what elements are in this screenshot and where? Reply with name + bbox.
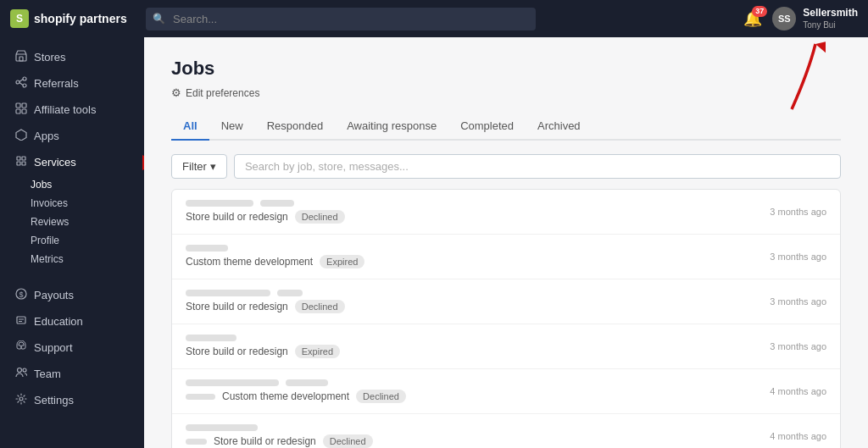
referrals-icon [15, 76, 27, 91]
job-type-label: Store build or redesign [186, 301, 288, 312]
job-name-placeholder [186, 335, 236, 341]
education-icon [15, 314, 27, 329]
status-badge: Declined [295, 300, 345, 313]
user-info: Sellersmith Tony Bui [803, 7, 858, 31]
sidebar-sub-metrics[interactable]: Metrics [0, 250, 144, 268]
tab-all[interactable]: All [171, 113, 209, 141]
tab-archived[interactable]: Archived [526, 113, 593, 141]
svg-rect-8 [22, 103, 26, 108]
sidebar-sub-reviews[interactable]: Reviews [0, 213, 144, 231]
job-name-area [186, 290, 345, 296]
filter-button[interactable]: Filter ▾ [171, 154, 227, 179]
shopify-logo-icon: S [10, 9, 29, 28]
job-time: 3 months ago [770, 252, 826, 262]
job-info: Store build or redesign Declined [186, 200, 345, 224]
support-icon [15, 340, 27, 355]
job-time: 3 months ago [770, 296, 826, 307]
table-row[interactable]: Store build or redesign Declined 3 month… [172, 190, 840, 235]
sidebar-item-payouts-label: Payouts [34, 289, 74, 301]
notification-button[interactable]: 🔔 37 [743, 9, 762, 28]
sidebar-item-team[interactable]: Team [3, 361, 141, 387]
job-time: 3 months ago [770, 341, 826, 351]
svg-rect-12 [17, 157, 20, 160]
sidebar-item-stores[interactable]: Stores [3, 44, 141, 70]
tab-new[interactable]: New [209, 113, 255, 141]
sidebar-sub-profile[interactable]: Profile [0, 231, 144, 250]
job-store-placeholder [186, 394, 215, 400]
table-row[interactable]: Custom theme development Declined 4 mont… [172, 369, 840, 414]
job-time: 3 months ago [770, 207, 826, 217]
svg-rect-14 [17, 162, 20, 165]
apps-icon [15, 129, 27, 143]
sidebar-item-referrals-label: Referrals [34, 77, 79, 90]
job-type-row: Store build or redesign Declined [186, 300, 345, 313]
status-badge: Declined [323, 434, 373, 448]
sidebar-item-support[interactable]: Support [3, 335, 141, 361]
store-icon [15, 50, 27, 64]
sidebar-sub-invoices[interactable]: Invoices [0, 194, 144, 213]
job-name-placeholder [186, 200, 253, 207]
job-type-row: Custom theme development Expired [186, 255, 364, 268]
job-name-area [186, 424, 373, 431]
sidebar: Stores Referrals Affiliate tools Apps [0, 37, 144, 448]
svg-rect-0 [16, 54, 26, 61]
job-name-area [186, 200, 345, 207]
user-name: Sellersmith [803, 7, 858, 20]
global-search: 🔍 [146, 8, 536, 30]
sidebar-item-education[interactable]: Education [3, 308, 141, 335]
svg-rect-13 [22, 157, 25, 160]
job-type-label: Store build or redesign [186, 211, 288, 223]
status-badge: Declined [356, 390, 406, 403]
sidebar-item-apps-label: Apps [34, 130, 59, 142]
sidebar-item-apps[interactable]: Apps [3, 123, 141, 149]
gear-icon: ⚙ [171, 86, 181, 99]
job-type-label: Custom theme development [186, 256, 313, 268]
sidebar-item-affiliate-tools-label: Affiliate tools [34, 103, 96, 116]
svg-rect-10 [22, 109, 26, 113]
job-name-placeholder2 [277, 290, 303, 296]
sidebar-item-referrals[interactable]: Referrals [3, 70, 141, 97]
sidebar-item-support-label: Support [34, 341, 73, 354]
job-info: Store build or redesign Expired [186, 335, 340, 358]
logo-area: S shopify partners [10, 9, 146, 28]
svg-point-22 [18, 368, 22, 373]
job-name-placeholder [186, 245, 228, 252]
filter-label: Filter [182, 160, 207, 173]
svg-point-4 [23, 84, 26, 87]
jobs-tabs: All New Responded Awaiting response Comp… [171, 113, 841, 141]
sidebar-item-settings-label: Settings [34, 394, 74, 407]
tab-awaiting-response[interactable]: Awaiting response [335, 113, 448, 141]
job-search-input[interactable] [234, 154, 841, 179]
sidebar-item-services[interactable]: Services [3, 149, 141, 175]
user-menu[interactable]: SS Sellersmith Tony Bui [772, 7, 858, 31]
sidebar-item-settings[interactable]: Settings [3, 387, 141, 413]
tab-responded[interactable]: Responded [255, 113, 336, 141]
svg-line-6 [19, 83, 23, 86]
edit-preferences-link[interactable]: ⚙ Edit preferences [171, 86, 841, 99]
sidebar-item-services-label: Services [34, 156, 76, 169]
table-row[interactable]: Store build or redesign Expired 3 months… [172, 324, 840, 369]
sidebar-item-affiliate-tools[interactable]: Affiliate tools [3, 97, 141, 123]
table-row[interactable]: Store build or redesign Declined 4 month… [172, 414, 840, 448]
job-name-placeholder [186, 379, 279, 386]
sidebar-item-education-label: Education [34, 315, 83, 328]
team-icon [15, 367, 27, 381]
svg-line-5 [19, 80, 23, 82]
job-info: Custom theme development Declined [186, 379, 406, 403]
svg-text:$: $ [19, 290, 23, 299]
job-type-label: Store build or redesign [186, 346, 288, 357]
tab-completed[interactable]: Completed [448, 113, 526, 141]
job-name-placeholder2 [260, 200, 294, 207]
job-name-placeholder [186, 424, 258, 431]
svg-rect-7 [16, 103, 20, 108]
svg-rect-1 [19, 57, 23, 61]
table-row[interactable]: Custom theme development Expired 3 month… [172, 235, 840, 279]
search-input[interactable] [146, 8, 536, 30]
edit-preferences-label: Edit preferences [186, 87, 259, 99]
services-wrapper: Services [0, 149, 144, 175]
sidebar-sub-jobs[interactable]: Jobs [0, 175, 144, 194]
job-name-area [186, 245, 364, 252]
sidebar-item-payouts[interactable]: $ Payouts [3, 282, 141, 308]
job-type-row: Custom theme development Declined [186, 390, 406, 403]
table-row[interactable]: Store build or redesign Declined 3 month… [172, 279, 840, 324]
